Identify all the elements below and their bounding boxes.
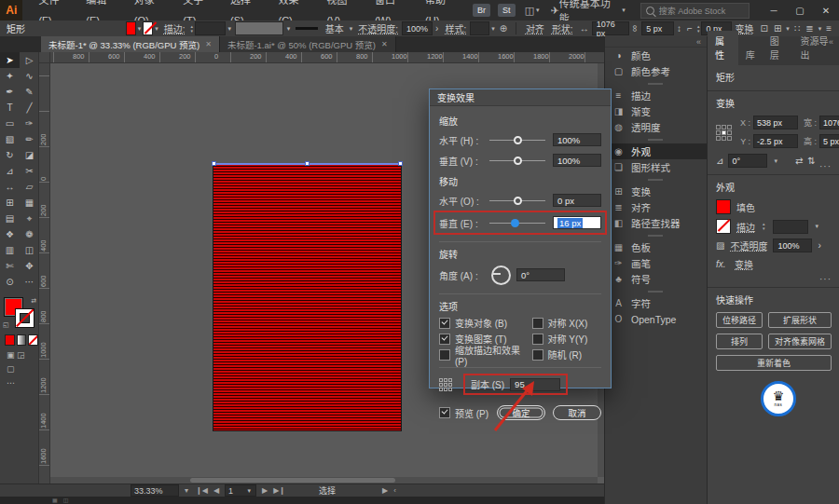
- arrange-button[interactable]: 排列: [716, 334, 763, 349]
- close-button[interactable]: ✕: [813, 0, 839, 20]
- appearance-panel[interactable]: ◉ 外观: [605, 143, 707, 159]
- link-dimensions-icon[interactable]: ∞: [630, 25, 640, 32]
- collapse-dock-icon[interactable]: «: [696, 37, 701, 47]
- recolor-button[interactable]: 重新着色: [716, 355, 832, 371]
- shape-builder-tool[interactable]: ▧: [0, 131, 20, 147]
- more-options-icon[interactable]: ···: [819, 274, 832, 284]
- brushes-panel[interactable]: ✑ 画笔: [605, 255, 707, 271]
- shape-height-input[interactable]: 5 px: [641, 21, 674, 35]
- none-button[interactable]: [28, 334, 38, 346]
- bridge-badge[interactable]: Br: [473, 4, 490, 17]
- scissors-tool[interactable]: ✂: [20, 163, 39, 179]
- slider-handle[interactable]: [514, 197, 522, 205]
- selection-handle[interactable]: [305, 161, 309, 166]
- document-tab[interactable]: 未标题-1* @ 33.33% (RGB/GPU 预览) ✕: [41, 36, 220, 52]
- copies-input[interactable]: 95: [510, 378, 560, 391]
- style-label[interactable]: 样式:: [445, 21, 466, 35]
- opacity-expand-icon[interactable]: ›: [435, 23, 438, 34]
- move-vertical-input[interactable]: 16 px: [553, 216, 601, 229]
- fill-swatch[interactable]: [716, 199, 731, 214]
- draw-mode-icon[interactable]: ▣ ◲: [7, 350, 38, 360]
- zoom-level-input[interactable]: 33.33%: [131, 484, 179, 497]
- document-tab[interactable]: 未标题-1.ai* @ 50% (RGB/GPU 预览) ✕: [220, 36, 396, 52]
- vertical-ruler[interactable]: 200020040060080010001200140016001800: [39, 63, 50, 484]
- scale-tool[interactable]: ⊿: [0, 163, 20, 179]
- pencil-tool[interactable]: ✏: [20, 131, 39, 147]
- tab-close-icon[interactable]: ✕: [381, 40, 388, 48]
- scale-horizontal-input[interactable]: 100%: [553, 133, 601, 146]
- gradient-panel[interactable]: ◨ 渐变: [605, 103, 707, 119]
- scrollbar-thumb[interactable]: [190, 478, 395, 483]
- maximize-button[interactable]: ▢: [787, 0, 813, 20]
- type-tool[interactable]: T: [0, 100, 20, 116]
- stock-search-input[interactable]: 搜索 Adobe Stock: [640, 3, 750, 19]
- blend-tool[interactable]: ❖: [0, 226, 20, 242]
- stroke-stepper[interactable]: ▴▾: [763, 222, 765, 231]
- ok-button[interactable]: 确定: [497, 405, 545, 420]
- rotation-dropdown-icon[interactable]: ▾: [774, 157, 777, 165]
- stroke-style-dropdown-icon[interactable]: ▾: [350, 25, 353, 33]
- perspective-grid-tool[interactable]: ⊞: [0, 195, 20, 211]
- checkbox[interactable]: [532, 334, 543, 345]
- ruler-origin-corner[interactable]: [39, 52, 50, 63]
- stroke-dropdown-icon[interactable]: ▾: [155, 25, 158, 33]
- pathfinder-panel[interactable]: ◧ 路径查找器: [605, 215, 707, 231]
- opacity-expand-icon[interactable]: ›: [818, 240, 820, 251]
- artboard-tool[interactable]: ◫: [20, 242, 39, 258]
- dock-panel-item[interactable]: [605, 287, 707, 295]
- brush-dropdown-icon[interactable]: ▾: [287, 25, 291, 33]
- swatches-panel[interactable]: ▦ 色板: [605, 239, 707, 255]
- checkbox[interactable]: [532, 318, 543, 329]
- tab-close-icon[interactable]: ✕: [205, 40, 212, 48]
- stroke-panel[interactable]: ≡ 描边: [605, 88, 707, 103]
- option-checkbox-row[interactable]: 随机 (R): [532, 347, 602, 362]
- transform-panel[interactable]: ⊞ 变换: [605, 184, 707, 199]
- screen-mode-icon[interactable]: ▢: [7, 364, 38, 374]
- gradient-tool[interactable]: ▤: [0, 211, 20, 226]
- flip-vertical-icon[interactable]: ⇅: [807, 156, 815, 166]
- column-graph-tool[interactable]: ▥: [0, 242, 20, 258]
- scale-vertical-input[interactable]: 100%: [553, 154, 601, 167]
- shape-label[interactable]: 形状:: [552, 21, 573, 35]
- slice-tool[interactable]: ✄: [0, 258, 20, 274]
- opacity-input[interactable]: 100%: [773, 238, 812, 252]
- move-horizontal-input[interactable]: 0 px: [553, 194, 601, 207]
- rectangle-tool[interactable]: ▭: [0, 116, 20, 131]
- artboard-navigation-input[interactable]: 1 ▾: [225, 484, 256, 497]
- scale-vertical-slider[interactable]: [489, 155, 545, 166]
- line-segment-tool[interactable]: ╱: [20, 100, 39, 116]
- height-input[interactable]: 5 px: [819, 134, 839, 148]
- align-panel[interactable]: ≣ 对齐: [605, 199, 707, 215]
- magic-wand-tool[interactable]: ✦: [0, 68, 20, 84]
- stroke-weight-dropdown-icon[interactable]: ▾: [816, 223, 819, 230]
- horizontal-scrollbar[interactable]: [50, 477, 598, 484]
- option-checkbox-row[interactable]: 对称 X(X): [532, 315, 602, 331]
- scale-horizontal-slider[interactable]: [489, 134, 545, 145]
- rotation-input[interactable]: 0°: [728, 154, 767, 168]
- paintbrush-tool[interactable]: ✑: [20, 116, 39, 131]
- zoom-tool[interactable]: ⊙: [0, 274, 20, 290]
- stroke-weight-label[interactable]: 描边:: [164, 21, 186, 35]
- stroke-weight-input[interactable]: [773, 220, 808, 234]
- color-button[interactable]: [5, 334, 15, 346]
- checkbox[interactable]: [439, 318, 450, 329]
- share-icon[interactable]: ✈: [551, 5, 559, 17]
- eraser-tool[interactable]: ◪: [20, 147, 39, 163]
- eyedropper-tool[interactable]: ⌖: [20, 211, 39, 226]
- rotate-tool[interactable]: ↻: [0, 147, 20, 163]
- move-horizontal-slider[interactable]: [489, 195, 545, 206]
- dialog-title[interactable]: 变换效果: [430, 89, 611, 106]
- width-input[interactable]: 1076 px: [819, 116, 839, 129]
- fill-dropdown-icon[interactable]: ▾: [138, 25, 142, 33]
- swap-fill-stroke-icon[interactable]: ⇄: [31, 297, 36, 305]
- dock-panel-item[interactable]: [605, 135, 707, 143]
- flip-horizontal-icon[interactable]: ⇄: [795, 156, 803, 166]
- panel-tab[interactable]: 资源导出: [793, 31, 839, 65]
- checkbox[interactable]: [439, 334, 450, 345]
- x-input[interactable]: 538 px: [753, 116, 798, 129]
- stroke-swatch[interactable]: [15, 308, 34, 328]
- stock-badge[interactable]: St: [498, 4, 516, 17]
- lasso-tool[interactable]: ∿: [20, 68, 39, 84]
- expand-shape-button[interactable]: 扩展形状: [768, 312, 832, 328]
- character-panel[interactable]: A 字符: [605, 295, 707, 311]
